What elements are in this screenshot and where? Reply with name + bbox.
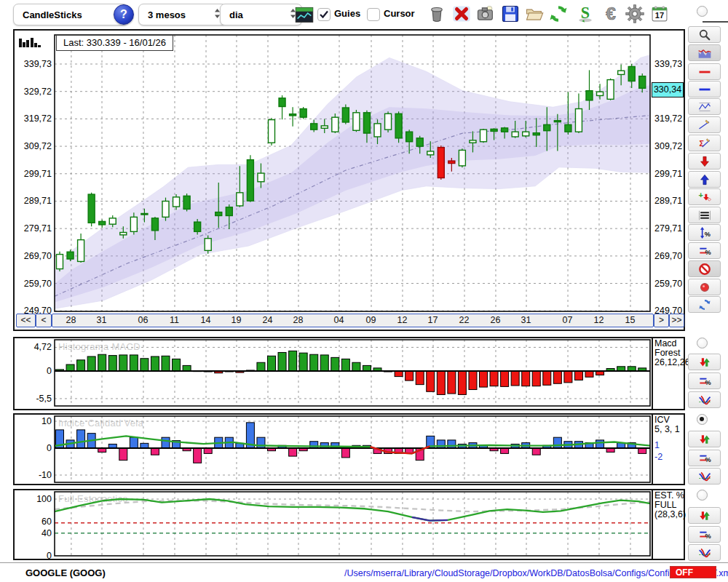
macd-axis-min: -5,5 [15, 394, 52, 404]
cursor-checkbox[interactable] [367, 8, 380, 21]
snapshot-camera-icon [475, 4, 496, 24]
stoch-signal-arrows-button[interactable] [688, 507, 721, 524]
divider [703, 21, 728, 23]
icv-signal-arrows-button[interactable] [688, 431, 721, 447]
symbol-label: GOOGLE (GOOG) [25, 567, 106, 578]
stochastic-chart[interactable] [15, 490, 684, 559]
date-label: 28 [62, 315, 79, 325]
help-glyph: ? [120, 8, 127, 21]
date-label: 07 [559, 315, 577, 325]
tool-add-signal-marker-button[interactable]: + [688, 188, 721, 205]
trash-button[interactable] [426, 3, 448, 25]
nav-last-button[interactable]: >> [669, 314, 684, 327]
guies-checkbox[interactable] [317, 8, 331, 21]
tool-red-horizontal-line-button[interactable] [688, 63, 721, 80]
euro-currency-button[interactable]: € [600, 3, 622, 25]
tool-refresh-blue-button[interactable] [688, 296, 721, 313]
icv-histogram[interactable] [15, 415, 684, 484]
lines-percent-icon: % [697, 527, 713, 542]
refresh-arrows-icon [548, 4, 569, 24]
tool-blue-horizontal-line-button[interactable] [688, 81, 721, 97]
candlestick-chart[interactable] [15, 31, 684, 314]
tool-no-entry-button[interactable] [688, 260, 721, 277]
stoch-axis-100: 100 [15, 494, 52, 504]
update-data-button[interactable]: S [574, 3, 596, 25]
calendar-button[interactable]: 17 [649, 3, 670, 25]
nav-first-button[interactable]: << [16, 314, 36, 327]
lines-percent-icon: % [697, 374, 713, 388]
price-axis-label: 259,70 [654, 279, 682, 289]
help-button[interactable]: ? [114, 4, 134, 25]
date-label: 19 [227, 315, 245, 325]
nav-prev-button[interactable]: < [36, 314, 52, 327]
save-floppy-button[interactable] [499, 3, 521, 25]
guies-label: Guies [334, 8, 360, 19]
off-badge: OFF [670, 566, 716, 578]
update-data-icon: S [575, 4, 596, 24]
price-axis-label: 269,70 [654, 251, 682, 261]
icv-wave-cross-button[interactable] [688, 468, 721, 485]
tool-list-lines-button[interactable] [688, 207, 721, 223]
price-axis-label: 279,71 [15, 223, 52, 234]
icv-lines-percent-button[interactable]: % [688, 450, 721, 466]
refresh-arrows-button[interactable] [547, 3, 569, 25]
date-label: 22 [456, 315, 473, 325]
stoch-d-line [55, 501, 650, 511]
tool-indicator-chart-button[interactable] [688, 44, 721, 61]
settings-gear-button[interactable] [624, 3, 646, 25]
interval-select[interactable]: dia [220, 4, 302, 25]
macd-signal-arrows-button[interactable] [688, 354, 721, 370]
macd-lines-percent-button[interactable]: % [688, 372, 721, 389]
tool-blue-up-arrow-button[interactable] [688, 171, 721, 188]
macd-wave-cross-button[interactable] [688, 391, 721, 408]
add-signal-marker-icon: + [697, 190, 713, 204]
stoch-k-purple [412, 517, 448, 521]
price-axis-label: 339,73 [654, 59, 682, 69]
nav-next-button[interactable]: > [654, 314, 669, 327]
tool-zigzag-channel-button[interactable] [688, 98, 721, 115]
date-label: 24 [259, 315, 277, 325]
stoch-wave-cross-button[interactable] [688, 544, 721, 561]
top-radio[interactable] [697, 6, 708, 17]
date-axis[interactable]: 283106111419242804091217222631071215 [52, 314, 654, 327]
stoch-lines-percent-button[interactable]: % [688, 526, 721, 543]
tool-sum-line-pencil-button[interactable]: Σ [688, 135, 721, 151]
price-axis-label: 269,70 [15, 251, 52, 261]
indicator-chart-icon [697, 46, 713, 60]
macd-histogram[interactable] [15, 338, 684, 409]
macd-radio[interactable] [697, 338, 708, 348]
period-value: 3 mesos [148, 9, 186, 20]
divider [652, 415, 653, 484]
price-axis-label: 309,72 [15, 141, 52, 151]
stoch-axis-0: 0 [15, 551, 52, 561]
date-label: 11 [165, 315, 183, 325]
tool-magnifier-button[interactable] [688, 26, 721, 43]
open-folder-button[interactable] [523, 3, 545, 25]
price-axis-label: 299,71 [654, 169, 682, 179]
delete-cross-button[interactable] [451, 3, 472, 25]
zigzag-channel-icon [697, 100, 713, 114]
period-select[interactable]: 3 mesos [138, 4, 226, 25]
chart-type-select[interactable]: CandleSticks [13, 4, 128, 25]
price-axis-label: 329,72 [15, 87, 52, 97]
date-label: 12 [393, 315, 411, 325]
chart-window-button[interactable] [293, 4, 315, 26]
tool-lines-percent-button[interactable]: % [688, 242, 721, 259]
tool-trend-line-pencil-button[interactable] [688, 116, 721, 133]
tool-record-dot-button[interactable] [688, 279, 721, 295]
date-nav-bar: << < 28310611141924280409121722263107121… [15, 314, 684, 328]
svg-text:+: + [698, 191, 703, 199]
snapshot-camera-button[interactable] [475, 3, 496, 25]
interval-value: dia [229, 9, 243, 20]
delete-cross-icon [451, 4, 472, 24]
chart-type-value: CandleSticks [23, 9, 82, 20]
date-label: 17 [424, 315, 442, 325]
tool-vertical-range-percent-button[interactable]: % [688, 224, 721, 241]
icv-radio[interactable] [697, 414, 708, 425]
stoch-radio[interactable] [697, 490, 708, 501]
record-dot-icon [697, 280, 713, 295]
tool-red-down-arrow-button[interactable] [688, 153, 721, 170]
trend-line-pencil-icon [697, 118, 713, 132]
svg-text:%: % [705, 249, 711, 256]
refresh-blue-icon [697, 298, 713, 312]
